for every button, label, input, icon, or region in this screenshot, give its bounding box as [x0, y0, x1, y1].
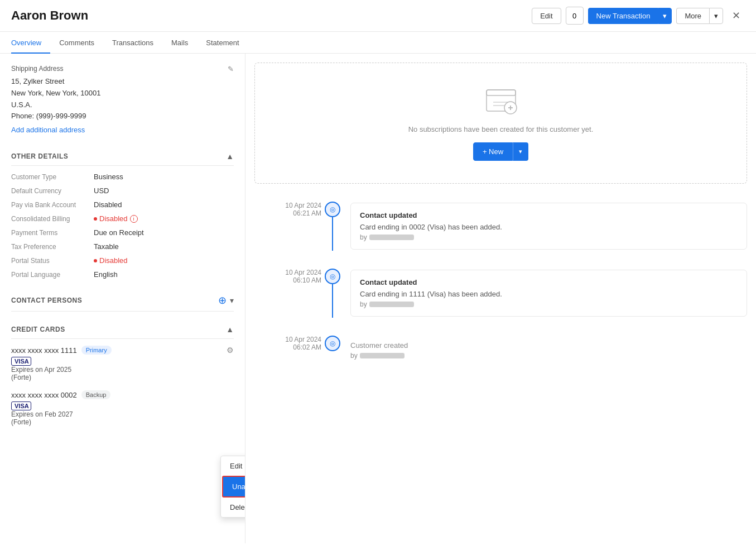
more-split: More ▾	[676, 8, 723, 24]
detail-row-portal-language: Portal Language English	[11, 270, 234, 279]
info-icon[interactable]: i	[130, 215, 138, 223]
detail-row-payment-terms: Payment Terms Due on Receipt	[11, 228, 234, 237]
new-subscription-dropdown-arrow[interactable]: ▾	[513, 142, 528, 161]
timeline-dot-3: ◎	[325, 336, 340, 351]
card-provider-1111: (Forte)	[11, 374, 234, 381]
dropdown-unassign-primary[interactable]: Unassign Primary Method	[222, 476, 245, 498]
timeline-section: 10 Apr 2024 06:21 AM ◎ Contact updated C…	[245, 193, 756, 543]
edit-address-button[interactable]: ✎	[228, 65, 234, 73]
timeline-item-2: 10 Apr 2024 06:10 AM ◎ Contact updated C…	[254, 269, 747, 318]
tab-mails[interactable]: Mails	[162, 32, 197, 54]
tab-overview[interactable]: Overview	[11, 32, 50, 54]
timeline-by-1: by	[360, 233, 738, 241]
tab-statement[interactable]: Statement	[197, 32, 248, 54]
header-actions: Edit 0 New Transaction ▾ More ▾ ✕	[532, 7, 745, 25]
redacted-name-1	[369, 235, 414, 240]
card-number-1111: xxxx xxxx xxxx 1111	[11, 346, 77, 355]
contact-persons-title: CONTACT PERSONS	[11, 296, 82, 304]
shipping-address-section: ✎ Shipping Address 15, Zylker Street New…	[11, 65, 234, 134]
detail-row-default-currency: Default Currency USD	[11, 186, 234, 195]
tab-transactions[interactable]: Transactions	[103, 32, 162, 54]
svg-rect-1	[487, 90, 516, 95]
timeline-time-3: 06:02 AM	[293, 343, 321, 351]
timeline-time-2: 06:10 AM	[293, 276, 321, 284]
add-address-link[interactable]: Add additional address	[11, 126, 85, 134]
credit-cards-chevron[interactable]: ▲	[226, 325, 234, 334]
contact-persons-header: CONTACT PERSONS ⊕ ▾	[11, 288, 234, 312]
timeline-card-2: Contact updated Card ending in 1111 (Vis…	[350, 270, 747, 317]
detail-row-customer-type: Customer Type Business	[11, 173, 234, 181]
credit-card-1111: xxxx xxxx xxxx 1111 Primary ⚙ VISA Expir…	[11, 346, 234, 381]
card-provider-0002: (Forte)	[11, 418, 234, 426]
left-panel: ✎ Shipping Address 15, Zylker Street New…	[0, 54, 245, 543]
credit-cards-title: CREDIT CARDS	[11, 326, 65, 333]
redacted-name-2	[369, 302, 414, 307]
timeline-event-desc-1: Card ending in 0002 (Visa) has been adde…	[360, 223, 738, 231]
timeline-event-desc-2: Card ending in 1111 (Visa) has been adde…	[360, 290, 738, 298]
new-subscription-label: + New	[483, 147, 503, 156]
card-gear-button-1111[interactable]: ⚙	[227, 346, 234, 355]
address-phone: Phone: (999)-999-9999	[11, 111, 234, 122]
card-number-0002: xxxx xxxx xxxx 0002	[11, 391, 77, 399]
visa-logo-1111: VISA	[11, 357, 31, 366]
address-line2: New York, New York, 10001	[11, 88, 234, 99]
timeline-line-2	[332, 284, 333, 318]
card-badge-primary: Primary	[81, 346, 112, 355]
detail-row-bank-account: Pay via Bank Account Disabled	[11, 200, 234, 209]
new-transaction-dropdown-arrow[interactable]: ▾	[658, 8, 672, 24]
portal-status-value: Disabled	[94, 256, 128, 265]
address-label: Shipping Address	[11, 65, 234, 73]
header: Aaron Brown Edit 0 New Transaction ▾ Mor…	[0, 0, 756, 32]
timeline-date-3: 10 Apr 2024	[285, 336, 321, 343]
new-transaction-button[interactable]: New Transaction	[588, 8, 658, 24]
card-dropdown-menu: Edit Unassign Primary Method Delete	[220, 456, 245, 518]
empty-subscriptions-icon	[484, 85, 518, 116]
timeline-event-title-3: Customer created	[350, 341, 747, 350]
right-panel: No subscriptions have been created for t…	[245, 54, 756, 543]
new-subscription-button[interactable]: + New	[473, 142, 513, 161]
timeline-event-title-2: Contact updated	[360, 278, 738, 286]
other-details-chevron[interactable]: ▲	[226, 152, 234, 161]
other-details-title: OTHER DETAILS	[11, 152, 68, 160]
timeline-date-1: 10 Apr 2024	[285, 202, 321, 209]
main-layout: ✎ Shipping Address 15, Zylker Street New…	[0, 54, 756, 543]
timeline-date-2: 10 Apr 2024	[285, 269, 321, 276]
card-badge-backup: Backup	[81, 390, 111, 399]
address-line1: 15, Zylker Street	[11, 76, 234, 88]
redacted-name-3	[360, 353, 405, 358]
timeline-card-1: Contact updated Card ending in 0002 (Vis…	[350, 203, 747, 250]
contact-persons-chevron[interactable]: ▾	[230, 296, 234, 305]
more-button[interactable]: More	[676, 8, 709, 24]
timeline-item-1: 10 Apr 2024 06:21 AM ◎ Contact updated C…	[254, 202, 747, 251]
notification-button[interactable]: 0	[566, 7, 584, 25]
dot-red-portal-icon	[94, 259, 97, 262]
card-expiry-0002: Expires on Feb 2027	[11, 410, 234, 418]
tab-comments[interactable]: Comments	[50, 32, 103, 54]
timeline-dot-1: ◎	[325, 202, 340, 217]
edit-button[interactable]: Edit	[532, 8, 561, 24]
new-transaction-split: New Transaction ▾	[588, 8, 672, 24]
page-title: Aaron Brown	[11, 8, 88, 23]
visa-logo-0002: VISA	[11, 401, 31, 410]
more-dropdown-arrow[interactable]: ▾	[709, 8, 723, 24]
timeline-time-1: 06:21 AM	[293, 209, 321, 217]
dropdown-edit[interactable]: Edit	[221, 456, 245, 476]
address-line3: U.S.A.	[11, 99, 234, 111]
contact-persons-actions: ⊕ ▾	[218, 294, 234, 307]
close-button[interactable]: ✕	[728, 7, 745, 24]
credit-card-0002: xxxx xxxx xxxx 0002 Backup VISA Expires …	[11, 390, 234, 426]
other-details-header: OTHER DETAILS ▲	[11, 145, 234, 166]
details-grid: Customer Type Business Default Currency …	[11, 173, 234, 279]
credit-cards-header: CREDIT CARDS ▲	[11, 318, 234, 339]
dropdown-delete[interactable]: Delete	[221, 498, 245, 517]
detail-row-portal-status: Portal Status Disabled	[11, 256, 234, 265]
timeline-dot-2: ◎	[325, 269, 340, 284]
notification-count: 0	[572, 12, 576, 20]
subscriptions-empty-text: No subscriptions have been created for t…	[408, 125, 594, 133]
card-expiry-1111: Expires on Apr 2025	[11, 366, 234, 374]
add-contact-button[interactable]: ⊕	[218, 294, 227, 307]
timeline-event-title-1: Contact updated	[360, 211, 738, 219]
timeline-by-3: by	[350, 352, 747, 360]
detail-row-tax-preference: Tax Preference Taxable	[11, 242, 234, 251]
dot-red-icon	[94, 217, 97, 221]
